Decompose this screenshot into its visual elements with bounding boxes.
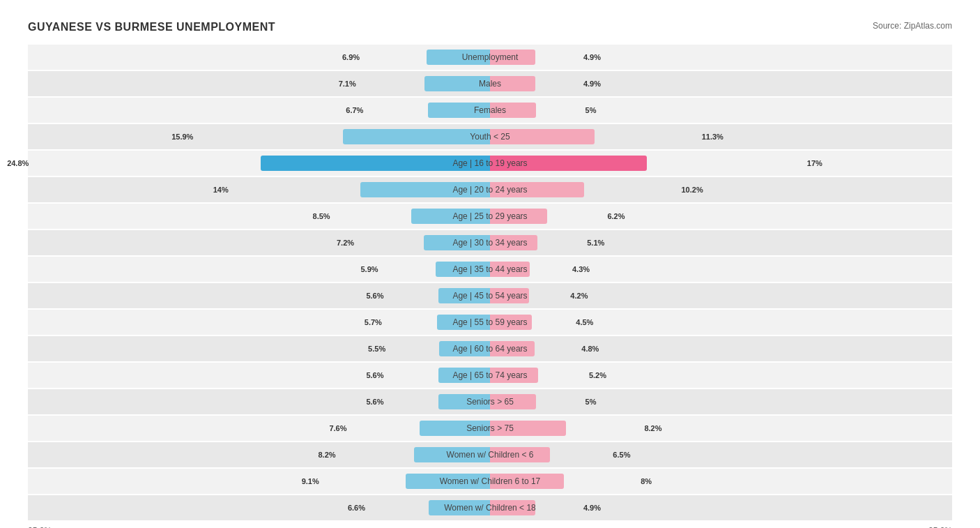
bar-left — [414, 447, 490, 462]
chart-row: Females6.7%5% — [28, 98, 952, 123]
chart-row: Age | 20 to 24 years14%10.2% — [28, 177, 952, 202]
bar-right — [490, 235, 537, 250]
bar-right — [490, 368, 538, 383]
value-right: 6.2% — [607, 212, 625, 220]
chart-row: Age | 45 to 54 years5.6%4.2% — [28, 283, 952, 308]
bar-left-section — [28, 389, 490, 414]
bar-left-section — [28, 204, 490, 229]
bar-right-section — [490, 204, 952, 229]
chart-row: Age | 55 to 59 years5.7%4.5% — [28, 310, 952, 335]
bar-right — [490, 288, 529, 303]
bar-right — [490, 50, 535, 65]
value-right: 8.2% — [644, 424, 661, 432]
bar-left-section — [28, 495, 490, 520]
bar-left — [438, 288, 490, 303]
bar-right — [490, 262, 530, 277]
value-right: 4.8% — [581, 345, 599, 353]
bar-left-section — [28, 416, 490, 441]
chart-header: GUYANESE VS BURMESE UNEMPLOYMENT Source:… — [28, 21, 952, 33]
bar-right — [490, 156, 647, 171]
bar-right — [490, 341, 535, 356]
bar-right — [490, 129, 595, 144]
bar-right-section — [490, 177, 952, 202]
value-left: 6.7% — [346, 106, 363, 114]
bar-left — [438, 394, 490, 409]
value-left: 6.6% — [348, 504, 365, 512]
bar-left — [437, 315, 490, 330]
bar-left-section — [28, 71, 490, 96]
value-left: 8.2% — [318, 451, 335, 459]
bar-right-section — [490, 495, 952, 520]
bar-left — [428, 103, 490, 118]
value-left: 5.9% — [360, 265, 378, 273]
value-left: 8.5% — [313, 212, 330, 220]
bar-left-section — [28, 124, 490, 149]
value-left: 5.6% — [366, 398, 383, 406]
bar-left-section — [28, 45, 490, 70]
value-right: 6.5% — [613, 451, 630, 459]
bar-right-section — [490, 283, 952, 308]
chart-container: GUYANESE VS BURMESE UNEMPLOYMENT Source:… — [14, 14, 966, 528]
value-left: 7.6% — [329, 424, 346, 432]
value-left: 5.6% — [366, 371, 383, 379]
chart-row: Age | 16 to 19 years24.8%17% — [28, 151, 952, 176]
chart-row: Males7.1%4.9% — [28, 71, 952, 96]
chart-row: Unemployment6.9%4.9% — [28, 45, 952, 70]
value-right: 5.1% — [587, 239, 604, 247]
chart-title: GUYANESE VS BURMESE UNEMPLOYMENT — [28, 21, 275, 33]
bar-left-section — [28, 363, 490, 388]
bar-right — [490, 421, 566, 436]
value-right: 5.2% — [589, 371, 606, 379]
bar-right-section — [490, 151, 952, 176]
bar-right-section — [490, 45, 952, 70]
bar-right — [490, 182, 584, 197]
bar-right-section — [490, 310, 952, 335]
bar-right — [490, 315, 532, 330]
bar-left — [261, 156, 490, 171]
bar-left — [406, 474, 490, 489]
bar-left-section — [28, 230, 490, 255]
value-left: 7.2% — [337, 239, 354, 247]
bar-right-section — [490, 363, 952, 388]
value-right: 17% — [807, 159, 822, 167]
chart-row: Women w/ Children < 68.2%6.5% — [28, 442, 952, 467]
bar-left-section — [28, 336, 490, 361]
chart-row: Women w/ Children < 186.6%4.9% — [28, 495, 952, 520]
bar-left — [436, 262, 490, 277]
chart-row: Youth < 2515.9%11.3% — [28, 124, 952, 149]
bar-right-section — [490, 389, 952, 414]
bar-right-section — [490, 98, 952, 123]
value-left: 15.9% — [171, 133, 193, 141]
chart-row: Women w/ Children 6 to 179.1%8% — [28, 469, 952, 494]
bar-right — [490, 394, 536, 409]
value-left: 5.7% — [365, 318, 382, 326]
value-left: 5.6% — [366, 292, 383, 300]
bar-right — [490, 209, 547, 224]
bar-right-section — [490, 257, 952, 282]
bar-right-section — [490, 416, 952, 441]
value-left: 14% — [213, 186, 229, 194]
bar-left-section — [28, 442, 490, 467]
bar-right — [490, 447, 550, 462]
value-right: 11.3% — [702, 133, 723, 141]
bar-left — [411, 209, 490, 224]
bar-left — [343, 129, 490, 144]
bar-left — [420, 421, 490, 436]
bar-left — [424, 76, 490, 91]
value-right: 4.2% — [570, 292, 588, 300]
value-left: 5.5% — [368, 345, 385, 353]
bar-right — [490, 474, 564, 489]
value-right: 8% — [641, 477, 652, 485]
bar-right — [490, 500, 535, 515]
value-right: 5% — [585, 106, 597, 114]
bar-left-section — [28, 98, 490, 123]
value-left: 6.9% — [342, 53, 360, 61]
bar-left — [427, 50, 490, 65]
chart-row: Age | 30 to 34 years7.2%5.1% — [28, 230, 952, 255]
value-right: 5% — [585, 398, 597, 406]
bar-right-section — [490, 71, 952, 96]
bar-left — [438, 368, 490, 383]
bar-right-section — [490, 230, 952, 255]
bar-left-section — [28, 283, 490, 308]
value-right: 4.3% — [572, 265, 590, 273]
